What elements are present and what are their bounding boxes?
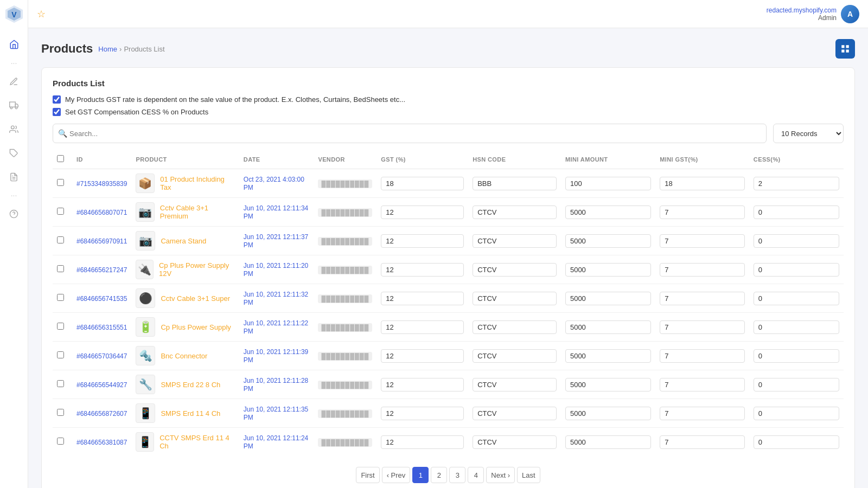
records-select[interactable]: 10 Records 25 Records 50 Records 100 Rec… <box>773 124 844 143</box>
sidebar-item-edit[interactable] <box>3 70 25 92</box>
product-name-3[interactable]: Cp Plus Power Supply 12V <box>159 261 235 278</box>
cess-input-1[interactable] <box>754 206 839 219</box>
product-id-link-5[interactable]: #6846656315551 <box>76 324 127 331</box>
product-id-link-0[interactable]: #7153348935839 <box>76 180 127 188</box>
gst-input-1[interactable] <box>381 206 464 219</box>
sidebar-item-users[interactable] <box>3 118 25 140</box>
mini-gst-input-4[interactable] <box>660 292 745 305</box>
row-checkbox-8[interactable] <box>57 409 64 416</box>
mini-amount-input-4[interactable] <box>565 292 651 305</box>
row-hsn-5[interactable] <box>468 313 561 342</box>
row-gst-4[interactable] <box>376 284 468 313</box>
sidebar-item-tags[interactable] <box>3 142 25 164</box>
row-checkbox-1[interactable] <box>57 208 64 215</box>
cess-input-5[interactable] <box>754 320 839 334</box>
row-mini-gst-4[interactable] <box>655 284 749 313</box>
search-input[interactable] <box>53 124 767 143</box>
product-id-link-7[interactable]: #6846656544927 <box>76 381 127 389</box>
hsn-input-4[interactable] <box>473 292 557 305</box>
mini-amount-input-7[interactable] <box>565 378 651 391</box>
row-cess-4[interactable] <box>749 284 844 313</box>
row-mini-amount-0[interactable] <box>561 169 655 198</box>
gst-input-4[interactable] <box>381 292 464 305</box>
gst-input-0[interactable] <box>381 177 464 190</box>
row-hsn-9[interactable] <box>468 428 561 457</box>
row-hsn-4[interactable] <box>468 284 561 313</box>
row-mini-amount-5[interactable] <box>561 313 655 342</box>
gst-input-7[interactable] <box>381 378 464 391</box>
row-mini-amount-4[interactable] <box>561 284 655 313</box>
mini-gst-input-0[interactable] <box>660 177 745 190</box>
hsn-input-8[interactable] <box>473 407 557 420</box>
row-hsn-7[interactable] <box>468 370 561 399</box>
product-name-7[interactable]: SMPS Erd 22 8 Ch <box>161 381 220 389</box>
cess-input-6[interactable] <box>754 349 839 363</box>
sidebar-item-help[interactable] <box>3 203 25 224</box>
hsn-input-0[interactable] <box>473 177 557 190</box>
row-hsn-0[interactable] <box>468 169 561 198</box>
gst-input-5[interactable] <box>381 320 464 334</box>
row-gst-2[interactable] <box>376 227 468 255</box>
row-mini-amount-2[interactable] <box>561 227 655 255</box>
grid-view-button[interactable] <box>835 39 855 59</box>
row-checkbox-2[interactable] <box>57 236 64 243</box>
hsn-input-1[interactable] <box>473 206 557 219</box>
row-checkbox-4[interactable] <box>57 294 64 301</box>
hsn-input-3[interactable] <box>473 263 557 277</box>
row-cess-9[interactable] <box>749 428 844 457</box>
gst-input-9[interactable] <box>381 435 464 449</box>
row-gst-3[interactable] <box>376 255 468 284</box>
gst-input-3[interactable] <box>381 263 464 277</box>
product-name-4[interactable]: Cctv Cable 3+1 Super <box>161 294 230 303</box>
row-gst-6[interactable] <box>376 342 468 370</box>
row-checkbox-3[interactable] <box>57 265 64 272</box>
row-mini-gst-9[interactable] <box>655 428 749 457</box>
product-id-link-6[interactable]: #6846657036447 <box>76 352 127 360</box>
row-mini-gst-3[interactable] <box>655 255 749 284</box>
row-checkbox-7[interactable] <box>57 380 64 387</box>
row-gst-7[interactable] <box>376 370 468 399</box>
mini-gst-input-3[interactable] <box>660 263 745 277</box>
gst-input-2[interactable] <box>381 234 464 248</box>
gst-input-6[interactable] <box>381 349 464 363</box>
row-checkbox-9[interactable] <box>57 438 64 445</box>
row-hsn-1[interactable] <box>468 198 561 227</box>
row-mini-gst-0[interactable] <box>655 169 749 198</box>
row-cess-0[interactable] <box>749 169 844 198</box>
mini-gst-input-8[interactable] <box>660 407 745 420</box>
mini-gst-input-6[interactable] <box>660 349 745 363</box>
product-id-link-1[interactable]: #6846656807071 <box>76 209 127 216</box>
breadcrumb-home[interactable]: Home <box>98 45 117 53</box>
sidebar-item-docs[interactable] <box>3 166 25 188</box>
row-mini-amount-7[interactable] <box>561 370 655 399</box>
product-name-9[interactable]: CCTV SMPS Erd 11 4 Ch <box>159 434 235 450</box>
row-cess-3[interactable] <box>749 255 844 284</box>
mini-gst-input-1[interactable] <box>660 206 745 219</box>
hsn-input-9[interactable] <box>473 435 557 449</box>
cess-input-4[interactable] <box>754 292 839 305</box>
cess-input-7[interactable] <box>754 378 839 391</box>
pagination-page-2[interactable]: 2 <box>431 467 447 483</box>
row-checkbox-0[interactable] <box>57 179 64 186</box>
hsn-input-6[interactable] <box>473 349 557 363</box>
row-mini-gst-6[interactable] <box>655 342 749 370</box>
row-hsn-3[interactable] <box>468 255 561 284</box>
row-mini-amount-9[interactable] <box>561 428 655 457</box>
cess-input-9[interactable] <box>754 435 839 449</box>
row-cess-8[interactable] <box>749 399 844 428</box>
mini-amount-input-8[interactable] <box>565 407 651 420</box>
row-cess-1[interactable] <box>749 198 844 227</box>
product-name-5[interactable]: Cp Plus Power Supply <box>161 323 231 331</box>
pagination-prev[interactable]: ‹ Prev <box>382 467 411 483</box>
row-gst-0[interactable] <box>376 169 468 198</box>
product-id-link-2[interactable]: #6846656970911 <box>76 237 127 245</box>
cess-input-3[interactable] <box>754 263 839 277</box>
row-gst-8[interactable] <box>376 399 468 428</box>
product-name-6[interactable]: Bnc Connector <box>161 352 207 360</box>
row-gst-9[interactable] <box>376 428 468 457</box>
mini-gst-input-5[interactable] <box>660 320 745 334</box>
row-cess-6[interactable] <box>749 342 844 370</box>
row-mini-gst-8[interactable] <box>655 399 749 428</box>
product-id-link-4[interactable]: #6846656741535 <box>76 295 127 303</box>
product-id-link-8[interactable]: #6846656872607 <box>76 410 127 418</box>
